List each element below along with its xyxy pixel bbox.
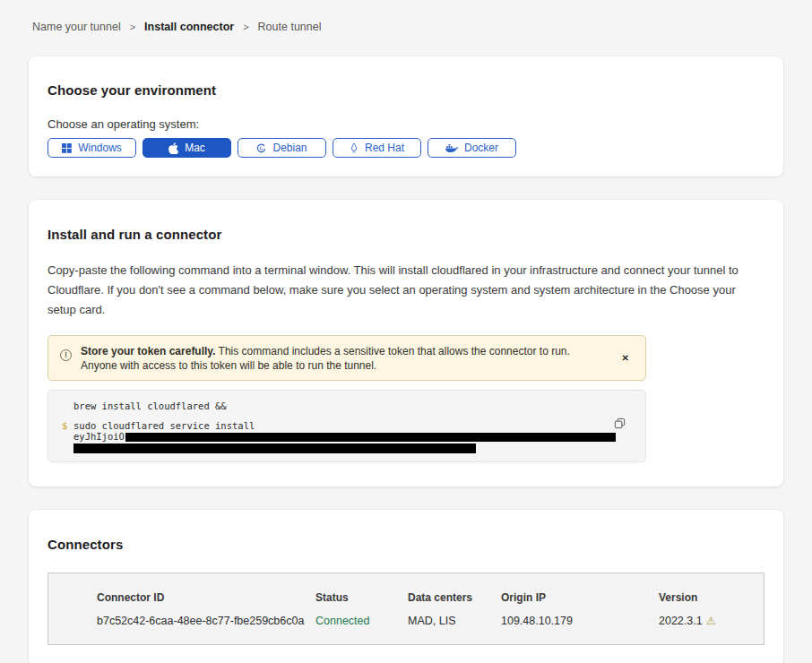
os-button-redhat[interactable]: Red Hat bbox=[333, 138, 421, 158]
debian-icon bbox=[256, 143, 266, 153]
breadcrumb: Name your tunnel > Install connector > R… bbox=[29, 21, 783, 33]
command-line-token: eyJhIjoiO bbox=[62, 431, 609, 442]
command-line-1: brew install cloudflared && bbox=[62, 400, 609, 411]
os-button-label: Red Hat bbox=[365, 142, 404, 154]
token-warning-title: Store your token carefully. bbox=[81, 345, 216, 357]
redacted-token-bar bbox=[73, 443, 476, 453]
install-connector-card: Install and run a connector Copy-paste t… bbox=[29, 200, 783, 486]
column-header-status: Status bbox=[315, 591, 408, 604]
shell-prompt: $ bbox=[62, 420, 73, 431]
os-button-row: Windows Mac Debian bbox=[48, 138, 764, 158]
breadcrumb-name-your-tunnel[interactable]: Name your tunnel bbox=[32, 21, 121, 33]
install-command-codeblock[interactable]: brew install cloudflared && $sudo cloudf… bbox=[48, 390, 646, 462]
connector-status-value: Connected bbox=[315, 615, 408, 627]
install-description: Copy-paste the following command into a … bbox=[48, 261, 757, 320]
connectors-table: Connector ID Status Data centers Origin … bbox=[48, 573, 764, 645]
os-button-windows[interactable]: Windows bbox=[48, 138, 136, 158]
apple-icon bbox=[168, 142, 178, 154]
os-button-mac[interactable]: Mac bbox=[143, 138, 231, 158]
connector-origin-ip-value: 109.48.10.179 bbox=[501, 615, 659, 627]
install-connector-title: Install and run a connector bbox=[48, 227, 757, 242]
column-header-data-centers: Data centers bbox=[408, 591, 501, 604]
os-button-debian[interactable]: Debian bbox=[238, 138, 326, 158]
copy-command-button[interactable] bbox=[612, 416, 627, 434]
breadcrumb-install-connector[interactable]: Install connector bbox=[144, 21, 234, 33]
redacted-token-bar bbox=[125, 433, 616, 442]
exclamation-circle-icon: ! bbox=[60, 349, 72, 361]
connector-id-value: b7c52c42-6caa-48ee-8c77-fbe259cb6c0a bbox=[97, 615, 315, 627]
connectors-title: Connectors bbox=[48, 537, 764, 552]
column-header-version: Version bbox=[659, 591, 755, 604]
breadcrumb-separator: > bbox=[130, 22, 135, 32]
breadcrumb-separator: > bbox=[243, 22, 248, 32]
os-button-docker[interactable]: Docker bbox=[428, 138, 516, 158]
token-warning-text: Store your token carefully. This command… bbox=[81, 343, 608, 373]
token-warning-banner: ! Store your token carefully. This comma… bbox=[48, 335, 646, 381]
command-line-token-2 bbox=[62, 442, 609, 453]
connector-data-centers-value: MAD, LIS bbox=[408, 615, 501, 627]
close-icon[interactable]: ✕ bbox=[617, 348, 635, 369]
os-label: Choose an operating system: bbox=[48, 117, 764, 131]
docker-icon bbox=[445, 143, 458, 153]
os-button-label: Mac bbox=[185, 142, 205, 154]
os-button-label: Docker bbox=[464, 142, 498, 154]
redhat-icon bbox=[350, 142, 358, 153]
column-header-connector-id: Connector ID bbox=[97, 591, 315, 604]
connector-version-value: 2022.3.1⚠ bbox=[659, 615, 755, 627]
copy-icon bbox=[614, 418, 626, 432]
command-line-2: $sudo cloudflared service install bbox=[62, 420, 609, 431]
choose-environment-card: Choose your environment Choose an operat… bbox=[29, 56, 783, 177]
os-button-label: Windows bbox=[78, 142, 122, 154]
choose-environment-title: Choose your environment bbox=[48, 82, 764, 98]
version-warning-icon: ⚠ bbox=[706, 615, 716, 627]
breadcrumb-route-tunnel[interactable]: Route tunnel bbox=[258, 21, 322, 33]
os-button-label: Debian bbox=[272, 142, 307, 154]
connectors-card: Connectors Connector ID Status Data cent… bbox=[29, 510, 783, 663]
tunnel-setup-page: Name your tunnel > Install connector > R… bbox=[0, 21, 812, 663]
windows-icon bbox=[62, 143, 72, 153]
column-header-origin-ip: Origin IP bbox=[501, 591, 659, 604]
